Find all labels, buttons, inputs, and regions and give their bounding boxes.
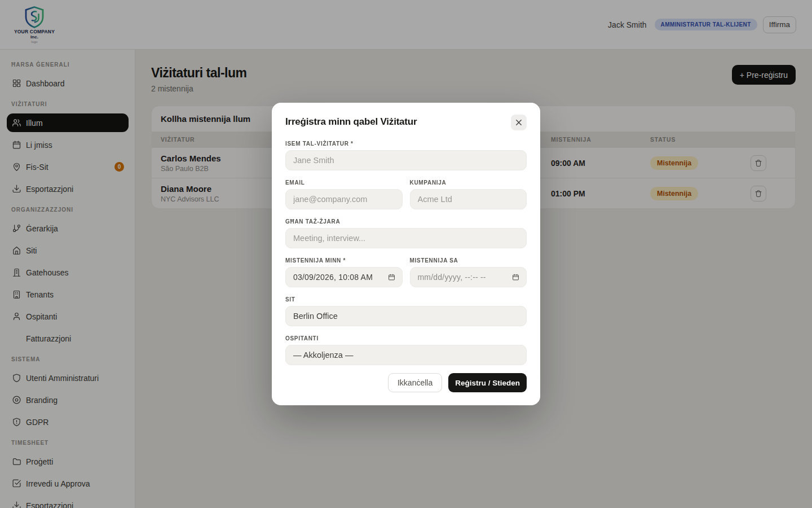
expected-to-label: MISTENNIJA SA — [410, 257, 527, 264]
purpose-input[interactable] — [285, 228, 527, 248]
calendar-icon[interactable] — [512, 274, 519, 281]
modal-title: Irreġistra minn qabel Viżitatur — [285, 115, 417, 129]
email-input[interactable] — [285, 189, 403, 209]
purpose-label: GĦAN TAŻ-ŻJARA — [285, 218, 527, 225]
visitor-name-input[interactable] — [285, 150, 527, 170]
site-select[interactable]: Berlin Office — [285, 306, 527, 326]
email-label: EMAIL — [285, 179, 403, 186]
close-button[interactable] — [511, 115, 527, 130]
calendar-icon[interactable] — [388, 274, 395, 281]
hosts-label: OSPITANTI — [285, 335, 527, 342]
site-label: SIT — [285, 296, 527, 303]
company-input[interactable] — [410, 189, 527, 209]
expected-from-input[interactable] — [285, 267, 403, 287]
close-icon — [516, 120, 522, 125]
company-label: KUMPANIJA — [410, 179, 527, 186]
expected-from-label: MISTENNIJA MINN * — [285, 257, 403, 264]
visitor-name-label: ISEM TAL-VIŻITATUR * — [285, 140, 527, 147]
submit-button[interactable]: Reġistru / Stieden — [448, 373, 527, 392]
hosts-select[interactable]: — Akkoljenza — — [285, 345, 527, 365]
cancel-button[interactable]: Ikkanċella — [388, 373, 442, 392]
expected-to-input[interactable] — [410, 267, 527, 287]
preregister-modal: Irreġistra minn qabel Viżitatur ISEM TAL… — [272, 103, 540, 405]
